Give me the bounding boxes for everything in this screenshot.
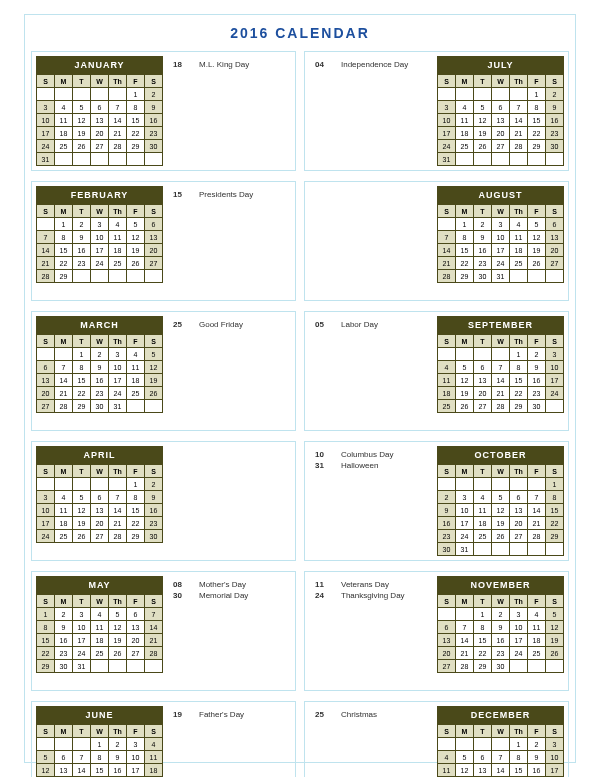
month-block: JANUARYSMTWThFS1234567891011121314151617…	[31, 51, 296, 171]
day-cell: 12	[492, 504, 510, 517]
day-cell: 17	[73, 634, 91, 647]
day-cell: 11	[109, 231, 127, 244]
day-cell: 30	[55, 660, 73, 673]
dow-header: W	[91, 595, 109, 608]
day-cell: 9	[73, 231, 91, 244]
day-cell: 17	[546, 374, 564, 387]
day-cell: 11	[55, 504, 73, 517]
day-cell: 19	[474, 127, 492, 140]
day-cell: 6	[91, 101, 109, 114]
event-label: Veterans Day	[341, 580, 389, 589]
day-cell: 24	[37, 530, 55, 543]
day-cell: 4	[127, 348, 145, 361]
day-cell: 16	[438, 517, 456, 530]
day-cell: 14	[37, 244, 55, 257]
day-cell: 8	[546, 491, 564, 504]
day-cell	[37, 738, 55, 751]
dow-header: M	[55, 595, 73, 608]
day-cell: 19	[73, 127, 91, 140]
dow-header: F	[528, 75, 546, 88]
day-cell: 25	[55, 140, 73, 153]
day-cell: 17	[91, 244, 109, 257]
day-cell	[492, 348, 510, 361]
day-cell: 25	[109, 257, 127, 270]
day-cell	[73, 478, 91, 491]
event-label: M.L. King Day	[199, 60, 249, 69]
day-cell: 6	[474, 751, 492, 764]
day-cell	[474, 348, 492, 361]
day-cell: 28	[510, 140, 528, 153]
month-calendar: JUNESMTWThFS1234567891011121314151617181…	[36, 706, 163, 777]
day-cell: 15	[456, 244, 474, 257]
day-cell: 7	[73, 751, 91, 764]
day-cell	[37, 478, 55, 491]
day-cell: 5	[492, 491, 510, 504]
day-cell	[438, 218, 456, 231]
day-cell: 23	[145, 517, 163, 530]
day-cell: 20	[37, 387, 55, 400]
day-cell: 9	[528, 751, 546, 764]
day-cell: 14	[55, 374, 73, 387]
day-cell: 17	[127, 764, 145, 777]
month-name: JULY	[437, 56, 564, 74]
day-cell: 12	[37, 764, 55, 777]
dow-header: T	[73, 205, 91, 218]
day-cell	[145, 153, 163, 166]
day-cell: 25	[91, 647, 109, 660]
calendar-border: 2016 CALENDAR JANUARYSMTWThFS12345678910…	[24, 14, 576, 763]
dow-header: S	[37, 75, 55, 88]
day-cell: 20	[546, 244, 564, 257]
day-cell: 1	[456, 218, 474, 231]
dow-header: T	[73, 465, 91, 478]
day-cell	[127, 270, 145, 283]
day-cell: 14	[528, 504, 546, 517]
day-cell: 3	[109, 348, 127, 361]
month-name: MARCH	[36, 316, 163, 334]
day-cell	[438, 478, 456, 491]
event-day: 15	[173, 190, 189, 199]
page-title: 2016 CALENDAR	[31, 25, 569, 41]
day-cell	[127, 400, 145, 413]
day-cell: 12	[109, 621, 127, 634]
month-name: SEPTEMBER	[437, 316, 564, 334]
day-cell: 20	[492, 127, 510, 140]
day-cell: 18	[109, 244, 127, 257]
day-cell: 30	[528, 400, 546, 413]
day-cell: 2	[438, 491, 456, 504]
day-cell: 15	[55, 244, 73, 257]
day-cell	[492, 543, 510, 556]
day-cell: 5	[73, 101, 91, 114]
day-cell: 9	[91, 361, 109, 374]
dow-header: W	[91, 75, 109, 88]
day-cell: 25	[438, 400, 456, 413]
day-cell	[127, 153, 145, 166]
day-cell: 20	[510, 517, 528, 530]
dow-header: T	[73, 595, 91, 608]
day-cell: 18	[456, 127, 474, 140]
day-cell: 4	[91, 608, 109, 621]
dow-header: S	[546, 595, 564, 608]
dow-header: Th	[109, 595, 127, 608]
day-cell: 23	[73, 257, 91, 270]
day-cell: 24	[37, 140, 55, 153]
day-cell: 14	[109, 114, 127, 127]
day-cell: 26	[528, 257, 546, 270]
event-day: 30	[173, 591, 189, 600]
day-cell: 21	[492, 387, 510, 400]
day-cell: 24	[492, 257, 510, 270]
day-cell	[91, 660, 109, 673]
day-cell: 25	[474, 530, 492, 543]
day-cell: 24	[546, 387, 564, 400]
day-cell	[91, 153, 109, 166]
day-cell: 23	[546, 127, 564, 140]
day-cell: 17	[109, 374, 127, 387]
dow-header: S	[546, 335, 564, 348]
day-cell: 13	[91, 504, 109, 517]
event-item: 18M.L. King Day	[173, 60, 285, 69]
day-cell: 7	[109, 101, 127, 114]
day-cell: 19	[73, 517, 91, 530]
day-cell: 16	[145, 504, 163, 517]
day-cell: 14	[510, 114, 528, 127]
dow-header: S	[37, 465, 55, 478]
dow-header: S	[37, 725, 55, 738]
